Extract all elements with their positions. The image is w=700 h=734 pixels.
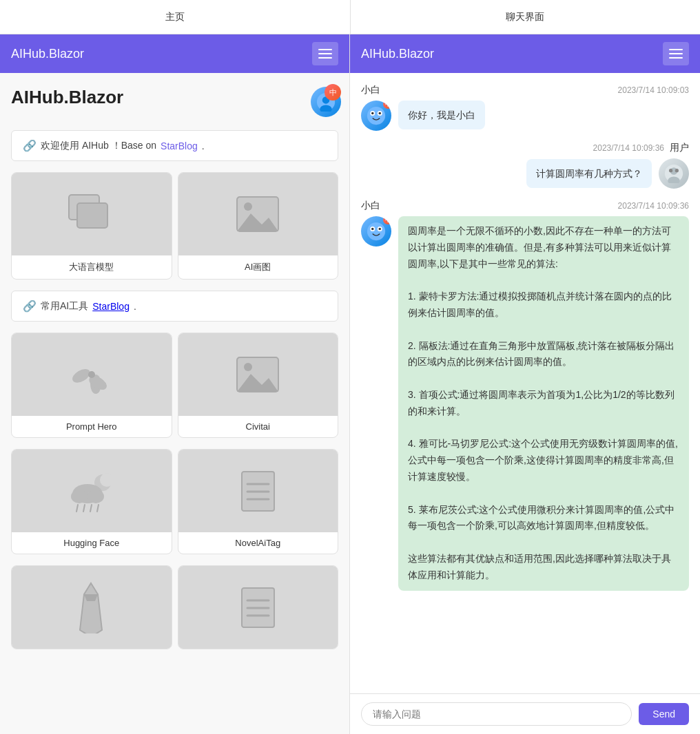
- welcome-link[interactable]: StarBlog: [161, 140, 198, 151]
- toggle-bar-3: [318, 57, 332, 59]
- avatar-user: [659, 158, 689, 189]
- card-civitai[interactable]: Civitai: [178, 333, 339, 438]
- welcome-info-box: 🔗 欢迎使用 AIHub ！Base on StarBlog .: [11, 130, 338, 161]
- fan-icon: [68, 351, 115, 398]
- user-avatar-icon: [664, 164, 683, 183]
- card-ai-image-image: [178, 173, 338, 255]
- svg-point-38: [379, 112, 382, 115]
- message-group-2: 2023/7/14 10:09:36 用户 计算圆周率有几种方式？: [361, 142, 689, 189]
- xiaobai-avatar-icon-2: [367, 222, 386, 241]
- bubble-ai-answer: 圆周率是一个无限不循环的小数,因此不存在一种单一的方法可以计算出圆周率的准确值。…: [398, 216, 689, 591]
- card-ai-image-label: AI画图: [178, 255, 338, 279]
- card-llm-label: 大语言模型: [12, 255, 172, 279]
- top-navigation: 主页 聊天界面: [0, 0, 700, 34]
- main-container: AIHub.Blazor AIHub.Blazor: [0, 34, 700, 734]
- tie-icon: [76, 582, 107, 633]
- message-row-1: 中 你好，我是小白: [361, 101, 689, 131]
- left-panel: AIHub.Blazor AIHub.Blazor: [0, 34, 350, 734]
- svg-point-37: [371, 112, 374, 115]
- top-grid: 大语言模型 AI画图: [11, 172, 338, 280]
- card-civitai-image: [178, 333, 338, 416]
- time-1: 2023/7/14 10:09:03: [618, 85, 689, 95]
- svg-line-23: [97, 505, 99, 512]
- image-icon-placeholder: [178, 173, 338, 255]
- card-ai-image[interactable]: AI画图: [178, 172, 339, 280]
- online-indicator-1: 中: [383, 101, 391, 109]
- svg-point-18: [71, 490, 88, 503]
- fan-icon-placeholder: [12, 333, 172, 416]
- ai-message-row: 中 圆周率是一个无限不循环的小数,因此不存在一种单一的方法可以计算出圆周率的准确…: [361, 216, 689, 591]
- tools-text: 常用AI工具: [41, 300, 88, 313]
- card-novelaitag[interactable]: NovelAiTag: [178, 449, 339, 554]
- time-3: 2023/7/14 10:09:36: [618, 201, 689, 211]
- chat-input-area: Send: [350, 693, 700, 734]
- page-title: AIHub.Blazor: [11, 87, 123, 108]
- message-header-1: 小白 2023/7/14 10:09:03: [361, 84, 689, 96]
- welcome-suffix: .: [202, 140, 205, 151]
- svg-line-20: [76, 505, 78, 512]
- doc2-icon-placeholder: [178, 566, 338, 649]
- middle-grid: Prompt Hero Civitai: [11, 333, 338, 438]
- sender-xiaobai-1: 小白: [361, 84, 380, 96]
- time-2: 2023/7/14 10:09:36: [593, 143, 664, 153]
- nav-home[interactable]: 主页: [0, 0, 351, 34]
- chat-messages: 小白 2023/7/14 10:09:03 中: [350, 73, 700, 693]
- user-message-row: 计算圆周率有几种方式？: [361, 158, 689, 189]
- card-llm-image: [12, 173, 172, 255]
- svg-point-16: [100, 473, 114, 487]
- nav-chat[interactable]: 聊天界面: [351, 0, 701, 34]
- left-navbar: AIHub.Blazor: [0, 34, 349, 73]
- svg-line-21: [83, 505, 85, 512]
- cloud-moon-icon: [67, 469, 116, 514]
- card-8[interactable]: [178, 565, 339, 649]
- chat-icon-placeholder: [12, 173, 172, 255]
- welcome-text: 欢迎使用 AIHub ！Base on: [41, 140, 156, 152]
- card-civitai-label: Civitai: [178, 416, 338, 437]
- user-avatar-container: 中: [311, 87, 338, 114]
- left-navbar-toggle[interactable]: [312, 42, 338, 65]
- xiaobai-avatar-icon-1: [367, 106, 386, 125]
- extra-grid: [11, 565, 338, 649]
- send-button[interactable]: Send: [639, 703, 689, 725]
- svg-point-11: [88, 371, 95, 378]
- card-hugging-face-image: [12, 450, 172, 532]
- card-7[interactable]: [11, 565, 172, 649]
- link-icon: 🔗: [23, 300, 37, 313]
- svg-point-13: [244, 363, 252, 371]
- title-row: AIHub.Blazor 中: [11, 87, 338, 119]
- doc-icon-placeholder: [178, 450, 338, 532]
- tools-info-box: 🔗 常用AI工具 StarBlog .: [11, 291, 338, 322]
- chat-input[interactable]: [361, 702, 632, 726]
- message-header-2: 2023/7/14 10:09:36 用户: [361, 142, 689, 154]
- chat-toggle-bar-3: [669, 57, 683, 59]
- bubble-question: 计算圆周率有几种方式？: [526, 159, 652, 188]
- card-prompt-hero[interactable]: Prompt Hero: [11, 333, 172, 438]
- svg-marker-28: [80, 583, 102, 633]
- chat-navbar: AIHub.Blazor: [350, 34, 700, 73]
- tools-link[interactable]: StarBlog: [92, 301, 130, 312]
- message-group-1: 小白 2023/7/14 10:09:03 中: [361, 84, 689, 131]
- svg-rect-4: [77, 203, 107, 228]
- svg-point-47: [371, 228, 374, 231]
- card-hugging-face[interactable]: Hugging Face: [11, 449, 172, 554]
- card-novelaitag-label: NovelAiTag: [178, 532, 338, 554]
- tie-icon-placeholder: [12, 566, 172, 649]
- card-llm[interactable]: 大语言模型: [11, 172, 172, 280]
- civitai-placeholder-icon: [234, 355, 281, 395]
- card-prompt-hero-image: [12, 333, 172, 416]
- avatar-xiaobai-1: 中: [361, 101, 391, 131]
- avatar-xiaobai-2: 中: [361, 216, 391, 247]
- card-7-image: [12, 566, 172, 649]
- bubble-greeting: 你好，我是小白: [398, 101, 485, 129]
- svg-point-44: [367, 222, 385, 240]
- tools-suffix: .: [134, 301, 136, 312]
- message-group-3: 小白 2023/7/14 10:09:36 中: [361, 200, 689, 591]
- toggle-bar-2: [318, 53, 332, 54]
- card-8-image: [178, 566, 338, 649]
- svg-line-22: [90, 505, 92, 512]
- card-novelaitag-image: [178, 450, 338, 532]
- chat-navbar-toggle[interactable]: [663, 42, 689, 65]
- doc-icon: [239, 469, 277, 514]
- chat-toggle-bar-2: [669, 53, 683, 54]
- svg-point-42: [669, 169, 672, 172]
